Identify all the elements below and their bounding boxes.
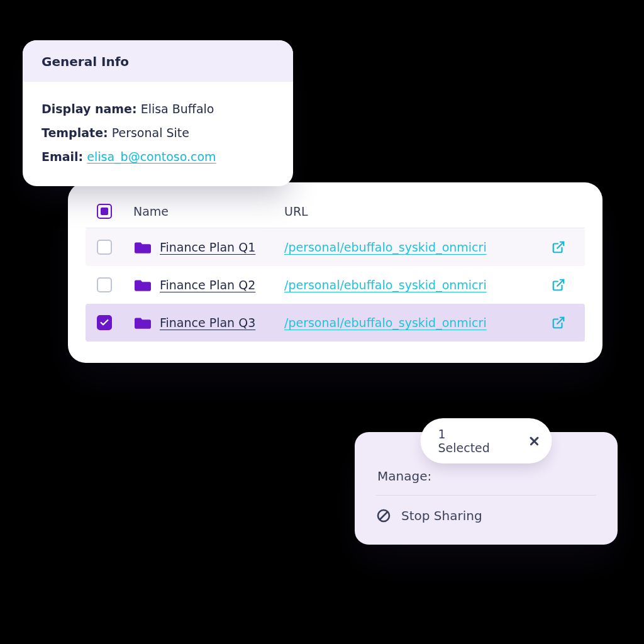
manage-label: Manage: [376, 464, 596, 495]
close-icon[interactable] [530, 435, 539, 447]
open-external-icon[interactable] [541, 240, 576, 254]
folder-name-link[interactable]: Finance Plan Q2 [160, 278, 255, 292]
table-row[interactable]: Finance Plan Q1 /personal/ebuffalo_syski… [86, 228, 585, 266]
row-checkbox[interactable] [97, 277, 112, 292]
stop-sharing-button[interactable]: Stop Sharing [376, 508, 596, 523]
folder-icon [135, 240, 151, 254]
folder-name-link[interactable]: Finance Plan Q3 [160, 316, 255, 330]
template-row: Template: Personal Site [42, 121, 274, 145]
row-checkbox[interactable] [97, 315, 112, 330]
open-external-icon[interactable] [541, 278, 576, 292]
folder-url-link[interactable]: /personal/ebuffalo_syskid_onmicri [284, 278, 487, 292]
email-label: Email: [42, 150, 83, 164]
selection-count: 1 Selected [438, 427, 492, 455]
folder-name-link[interactable]: Finance Plan Q1 [160, 240, 255, 254]
svg-line-1 [557, 280, 564, 286]
email-link[interactable]: elisa_b@contoso.com [87, 150, 216, 164]
stop-sharing-label: Stop Sharing [401, 508, 482, 523]
row-checkbox[interactable] [97, 240, 112, 255]
display-name-value: Elisa Buffalo [141, 102, 214, 116]
svg-line-4 [380, 512, 387, 519]
svg-line-0 [557, 242, 564, 248]
selection-pill: 1 Selected [421, 418, 552, 464]
template-value: Personal Site [112, 126, 189, 140]
divider [376, 495, 596, 496]
select-all-checkbox[interactable] [97, 204, 112, 219]
template-label: Template: [42, 126, 108, 140]
folder-url-link[interactable]: /personal/ebuffalo_syskid_onmicri [284, 240, 487, 254]
table-header: Name URL [86, 197, 585, 228]
open-external-icon[interactable] [541, 316, 576, 330]
folder-url-link[interactable]: /personal/ebuffalo_syskid_onmicri [284, 316, 487, 330]
general-info-title: General Info [23, 40, 293, 82]
column-header-name[interactable]: Name [133, 204, 284, 218]
table-row[interactable]: Finance Plan Q3 /personal/ebuffalo_syski… [86, 304, 585, 341]
manage-panel: 1 Selected Manage: Stop Sharing [355, 432, 618, 545]
column-header-url[interactable]: URL [284, 204, 541, 218]
general-info-body: Display name: Elisa Buffalo Template: Pe… [23, 82, 293, 186]
display-name-row: Display name: Elisa Buffalo [42, 97, 274, 121]
svg-line-2 [557, 318, 564, 324]
table-row[interactable]: Finance Plan Q2 /personal/ebuffalo_syski… [86, 266, 585, 304]
ban-icon [376, 508, 391, 523]
folder-icon [135, 316, 151, 330]
folders-table-card: Name URL Finance Plan Q1 /personal/ebuff… [68, 182, 602, 363]
folder-icon [135, 278, 151, 292]
display-name-label: Display name: [42, 102, 137, 116]
general-info-card: General Info Display name: Elisa Buffalo… [23, 40, 293, 186]
email-row: Email: elisa_b@contoso.com [42, 145, 274, 169]
